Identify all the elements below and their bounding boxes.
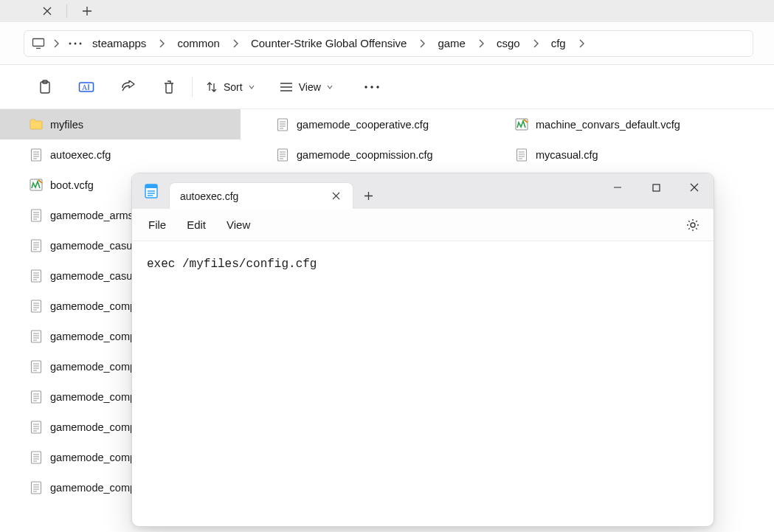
svg-rect-16 xyxy=(32,270,41,282)
plus-icon xyxy=(82,6,92,16)
view-list-icon xyxy=(280,82,293,92)
svg-rect-25 xyxy=(278,149,288,161)
file-row[interactable]: machine_convars_default.vcfg xyxy=(515,109,729,139)
notepad-tab[interactable]: autoexec.cfg xyxy=(169,182,353,209)
svg-rect-12 xyxy=(32,149,41,161)
svg-point-10 xyxy=(370,86,373,88)
svg-rect-21 xyxy=(32,421,41,433)
file-name: gamemode_comp xyxy=(50,300,136,312)
chevron-right-icon[interactable] xyxy=(528,32,544,55)
chevron-down-icon xyxy=(249,85,255,89)
notepad-editor[interactable]: exec /myfiles/config.cfg xyxy=(132,241,713,526)
svg-rect-22 xyxy=(32,452,41,463)
file-name: gamemode_comp xyxy=(50,361,136,373)
chevron-right-icon[interactable] xyxy=(573,32,590,55)
menu-file[interactable]: File xyxy=(139,214,175,235)
more-horizontal-icon xyxy=(364,86,379,89)
svg-point-3 xyxy=(80,42,82,44)
text-icon xyxy=(30,330,43,343)
menu-edit[interactable]: Edit xyxy=(178,214,215,235)
svg-rect-27 xyxy=(517,149,527,161)
chevron-right-icon[interactable] xyxy=(473,32,489,55)
file-name: autoexec.cfg xyxy=(50,149,111,161)
paste-button[interactable] xyxy=(30,73,61,101)
chevron-right-icon[interactable] xyxy=(153,32,170,55)
file-name: gamemode_comp xyxy=(50,452,136,463)
chevron-right-icon[interactable] xyxy=(48,32,64,55)
breadcrumb-item[interactable]: steamapps xyxy=(86,34,152,52)
share-button[interactable] xyxy=(112,73,143,101)
notepad-tab-title: autoexec.cfg xyxy=(180,190,317,202)
file-name: mycasual.cfg xyxy=(536,149,598,161)
notepad-tab-close-button[interactable] xyxy=(328,188,344,204)
overflow-crumbs-button[interactable] xyxy=(66,42,85,45)
trash-icon xyxy=(162,80,176,94)
svg-point-11 xyxy=(376,86,379,88)
file-row[interactable]: mycasual.cfg xyxy=(515,139,729,170)
svg-point-1 xyxy=(69,42,72,44)
file-name: myfiles xyxy=(50,119,83,131)
new-tab-button[interactable] xyxy=(75,1,100,21)
file-name: gamemode_comp xyxy=(50,482,136,494)
file-name: gamemode_comp xyxy=(50,331,136,342)
file-name: boot.vcfg xyxy=(50,179,94,191)
chevron-down-icon xyxy=(327,85,333,89)
delete-button[interactable] xyxy=(153,73,184,101)
text-icon xyxy=(276,118,289,131)
text-icon xyxy=(30,451,43,464)
close-icon xyxy=(43,7,52,15)
text-icon xyxy=(30,360,43,373)
svg-rect-24 xyxy=(278,119,288,131)
toolbar-separator xyxy=(192,77,193,97)
chevron-right-icon[interactable] xyxy=(414,32,430,55)
notepad-titlebar[interactable]: autoexec.cfg xyxy=(132,173,713,209)
breadcrumb-item[interactable]: game xyxy=(432,34,471,52)
close-icon xyxy=(690,183,699,192)
svg-rect-20 xyxy=(32,391,41,403)
rename-button[interactable]: A xyxy=(71,73,102,101)
text-icon xyxy=(30,148,43,162)
text-icon xyxy=(30,239,43,252)
text-icon xyxy=(30,209,43,222)
breadcrumb-item[interactable]: common xyxy=(171,34,226,52)
svg-rect-19 xyxy=(32,361,41,373)
minimize-button[interactable] xyxy=(598,173,637,201)
svg-rect-14 xyxy=(32,210,41,221)
toolbar: A Sort View xyxy=(0,65,774,109)
plus-icon xyxy=(364,191,373,201)
address-bar-row: steamapps common Counter-Strike Global O… xyxy=(0,22,774,65)
pc-icon xyxy=(30,35,46,52)
text-icon xyxy=(30,481,43,494)
maximize-icon xyxy=(652,184,660,192)
notepad-app-icon xyxy=(141,181,162,201)
breadcrumb-item[interactable]: Counter-Strike Global Offensive xyxy=(245,34,413,52)
chevron-right-icon[interactable] xyxy=(227,32,243,55)
view-menu-button[interactable]: View xyxy=(274,77,339,97)
text-icon xyxy=(30,300,43,313)
window-close-button[interactable] xyxy=(675,173,713,201)
browser-tabstrip xyxy=(0,0,774,22)
svg-rect-17 xyxy=(32,300,41,312)
view-label: View xyxy=(299,81,321,93)
svg-rect-0 xyxy=(33,38,44,46)
more-options-button[interactable] xyxy=(356,73,387,101)
svg-point-31 xyxy=(691,223,695,227)
file-row[interactable]: gamemode_cooperative.cfg xyxy=(276,109,505,139)
breadcrumb-item[interactable]: csgo xyxy=(491,34,526,52)
notepad-settings-button[interactable] xyxy=(680,213,706,237)
file-row[interactable]: myfiles xyxy=(0,109,241,139)
tab-separator xyxy=(66,4,67,18)
breadcrumb-box[interactable]: steamapps common Counter-Strike Global O… xyxy=(24,30,753,57)
maximize-button[interactable] xyxy=(637,173,675,201)
menu-view[interactable]: View xyxy=(218,214,259,235)
svg-rect-30 xyxy=(653,184,660,191)
file-name: gamemode_casua xyxy=(50,270,138,282)
file-row[interactable]: gamemode_coopmission.cfg xyxy=(276,139,505,170)
text-icon xyxy=(30,421,43,434)
folder-icon xyxy=(30,118,43,131)
close-tab-button[interactable] xyxy=(35,1,59,21)
breadcrumb-item[interactable]: cfg xyxy=(545,34,572,52)
sort-menu-button[interactable]: Sort xyxy=(200,77,260,97)
notepad-new-tab-button[interactable] xyxy=(353,182,383,209)
file-row[interactable]: autoexec.cfg xyxy=(0,139,241,170)
